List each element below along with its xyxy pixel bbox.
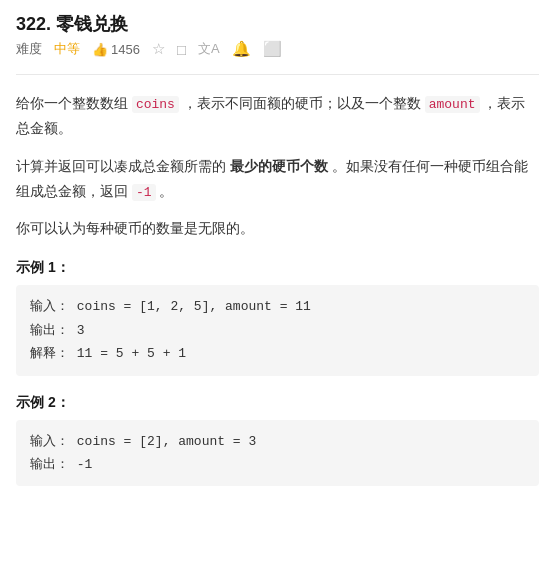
- star-icon[interactable]: ☆: [152, 40, 165, 58]
- example1-title: 示例 1：: [16, 259, 539, 277]
- example2-input: 输入： coins = [2], amount = 3: [30, 430, 525, 453]
- example2-output: 输出： -1: [30, 453, 525, 476]
- example2-output-value: -1: [77, 457, 93, 472]
- desc2-bold: 最少的硬币个数: [230, 158, 328, 174]
- desc1-text2: ，表示不同面额的硬币；以及一个整数: [183, 95, 421, 111]
- desc2-prefix: 计算并返回可以凑成总金额所需的: [16, 158, 226, 174]
- example1-output-label: 输出：: [30, 323, 69, 338]
- example2-input-label: 输入：: [30, 434, 69, 449]
- example2-box: 输入： coins = [2], amount = 3 输出： -1: [16, 420, 539, 487]
- difficulty-label: 难度: [16, 40, 42, 58]
- description-p2: 计算并返回可以凑成总金额所需的 最少的硬币个数 。如果没有任何一种硬币组合能组成…: [16, 154, 539, 205]
- like-section[interactable]: 👍 1456: [92, 42, 140, 57]
- example1-output-value: 3: [77, 323, 85, 338]
- problem-number: 322.: [16, 14, 51, 34]
- desc1-text1: 给你一个整数数组: [16, 95, 128, 111]
- difficulty-value: 中等: [54, 40, 80, 58]
- problem-name: 零钱兑换: [56, 14, 128, 34]
- coins-code: coins: [132, 96, 179, 113]
- bell-icon[interactable]: 🔔: [232, 40, 251, 58]
- description-p1: 给你一个整数数组 coins ，表示不同面额的硬币；以及一个整数 amount …: [16, 91, 539, 142]
- share-icon[interactable]: □: [177, 41, 186, 58]
- example2-title: 示例 2：: [16, 394, 539, 412]
- example1-input-value: coins = [1, 2, 5], amount = 11: [77, 299, 311, 314]
- translate-icon[interactable]: 文A: [198, 40, 220, 58]
- example1-explain-label: 解释：: [30, 346, 69, 361]
- thumb-up-icon: 👍: [92, 42, 108, 57]
- example1-output: 输出： 3: [30, 319, 525, 342]
- example1-box: 输入： coins = [1, 2, 5], amount = 11 输出： 3…: [16, 285, 539, 375]
- example2-input-value: coins = [2], amount = 3: [77, 434, 256, 449]
- example1-explain: 解释： 11 = 5 + 5 + 1: [30, 342, 525, 365]
- desc3-text: 你可以认为每种硬币的数量是无限的。: [16, 220, 254, 236]
- title-row: 322. 零钱兑换: [16, 12, 539, 36]
- divider: [16, 74, 539, 75]
- bookmark-icon[interactable]: ⬜: [263, 40, 282, 58]
- minus1-code: -1: [132, 184, 156, 201]
- description-p3: 你可以认为每种硬币的数量是无限的。: [16, 216, 539, 241]
- example1-input: 输入： coins = [1, 2, 5], amount = 11: [30, 295, 525, 318]
- example1-explain-value: 11 = 5 + 5 + 1: [77, 346, 186, 361]
- meta-row: 难度 中等 👍 1456 ☆ □ 文A 🔔 ⬜: [16, 40, 539, 58]
- example2-output-label: 输出：: [30, 457, 69, 472]
- problem-title: 322. 零钱兑换: [16, 12, 128, 36]
- desc2-end: 。: [159, 183, 173, 199]
- example1-input-label: 输入：: [30, 299, 69, 314]
- amount-code: amount: [425, 96, 480, 113]
- like-count: 1456: [111, 42, 140, 57]
